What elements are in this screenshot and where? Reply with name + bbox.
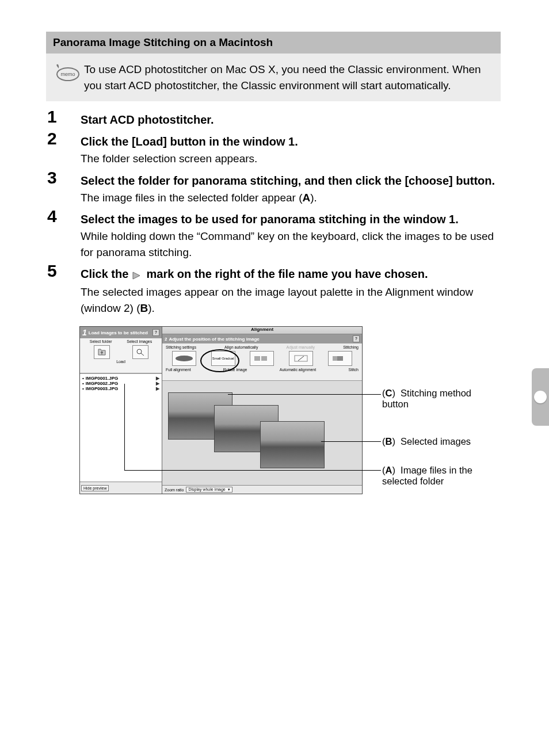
select-folder-label: Select folder xyxy=(90,339,112,343)
load-folder-icon[interactable] xyxy=(94,345,110,359)
step-title-pre: Click the xyxy=(81,268,132,280)
step-title: Click the [Load] button in the window 1. xyxy=(81,133,501,150)
step-1: 1 Start ACD photostitcher. xyxy=(46,108,501,128)
svg-rect-6 xyxy=(261,356,267,361)
memo-icon: memo xyxy=(51,62,84,85)
select-images-label: Select images xyxy=(127,339,152,343)
left-pane-header: 1 Load images to be stitched ? xyxy=(80,327,162,338)
toolbar: Stitching settings Align automatically A… xyxy=(162,343,362,381)
side-tab xyxy=(532,368,549,426)
svg-text:memo: memo xyxy=(60,71,75,77)
left-pane-header-text: Load images to be stitched xyxy=(89,330,148,335)
step-title: Start ACD photostitcher. xyxy=(81,112,501,128)
full-alignment-label: Full alignment xyxy=(166,368,191,372)
help-icon[interactable]: ? xyxy=(353,335,360,342)
callout-line-a-vert xyxy=(124,384,125,471)
callout-a: (A) Image files in the selected folder xyxy=(382,465,497,487)
auto-align-button[interactable] xyxy=(250,351,274,366)
step-2: 2 Click the [Load] button in the window … xyxy=(46,130,501,167)
step-3: 3 Select the folder for panorama stitchi… xyxy=(46,169,501,206)
step-description: The selected images appear on the image … xyxy=(81,284,501,316)
stitch-button[interactable] xyxy=(328,351,352,366)
rotate-image-label: Rotate image xyxy=(223,368,247,372)
adjust-manual-button[interactable] xyxy=(289,351,313,366)
right-pane: Alignment 2 Adjust the position of the s… xyxy=(162,327,362,494)
svg-marker-2 xyxy=(133,272,140,279)
step-number: 3 xyxy=(46,169,81,186)
stitching-method-button[interactable] xyxy=(172,351,196,366)
zoom-ratio-label: Zoom ratio xyxy=(165,488,184,492)
step-number: 2 xyxy=(46,130,81,147)
window-title: Alignment xyxy=(162,327,362,334)
callout-b: (B) Selected images xyxy=(382,436,497,447)
svg-rect-5 xyxy=(254,356,260,361)
figure-screenshot: 1 Load images to be stitched ? Select fo… xyxy=(79,326,494,499)
app-window: 1 Load images to be stitched ? Select fo… xyxy=(79,326,363,494)
right-pane-step-num: 2 xyxy=(165,337,167,342)
help-icon[interactable]: ? xyxy=(152,329,159,336)
right-pane-header: 2 Adjust the position of the stitching i… xyxy=(162,334,362,343)
step-number: 1 xyxy=(46,108,81,125)
arrow-right-icon[interactable]: ▶ xyxy=(156,386,159,391)
file-row[interactable]: •IMGP0001.JPG▶ xyxy=(82,376,159,381)
svg-point-4 xyxy=(176,356,193,361)
file-list: •IMGP0001.JPG▶ •IMGP0002.JPG▶ •IMGP0003.… xyxy=(80,373,162,482)
tb-label: Stitching settings xyxy=(166,345,196,349)
zoom-select[interactable]: Display whole image ▾ xyxy=(186,487,232,492)
arrow-mark-icon xyxy=(132,267,143,283)
memo-text: To use ACD photostitcher on Mac OS X, yo… xyxy=(84,62,490,93)
left-pane: 1 Load images to be stitched ? Select fo… xyxy=(80,327,162,494)
select-images-icon[interactable] xyxy=(132,345,148,359)
step-4: 4 Select the images to be used for panor… xyxy=(46,208,501,260)
small-gradual-label: Small Gradual xyxy=(211,351,235,366)
file-row[interactable]: •IMGP0002.JPG▶ xyxy=(82,381,159,386)
step-description: The folder selection screen appears. xyxy=(81,151,501,167)
steps-list: 1 Start ACD photostitcher. 2 Click the [… xyxy=(46,108,501,316)
step-number: 4 xyxy=(46,208,81,225)
svg-point-3 xyxy=(137,349,142,354)
tb-label: Stitching xyxy=(343,345,359,349)
step-title: Select the folder for panorama stitching… xyxy=(81,173,501,189)
svg-rect-9 xyxy=(337,356,343,361)
auto-align-label: Automatic alignment xyxy=(280,368,316,372)
step-title: Click the mark on the right of the file … xyxy=(81,266,501,283)
step-title-post: mark on the right of the file name you h… xyxy=(146,268,428,280)
section-header: Panorama Image Stitching on a Macintosh xyxy=(46,32,501,54)
step-title: Select the images to be used for panoram… xyxy=(81,211,501,227)
step-number: 5 xyxy=(46,262,81,280)
hide-preview-button[interactable]: Hide preview xyxy=(81,485,109,491)
arrow-right-icon[interactable]: ▶ xyxy=(156,381,159,386)
left-pane-step-num: 1 xyxy=(82,328,87,337)
side-tab-marker-icon xyxy=(534,391,547,403)
stitch-label: Stitch xyxy=(348,368,359,372)
image-layout-palette[interactable] xyxy=(162,381,362,485)
load-label: Load xyxy=(82,360,159,364)
callout-c: (C) Stitching method button xyxy=(382,388,491,410)
arrow-right-icon[interactable]: ▶ xyxy=(156,376,159,381)
layout-image[interactable] xyxy=(260,421,325,468)
file-row[interactable]: •IMGP0003.JPG▶ xyxy=(82,386,159,391)
tb-label: Adjust manually xyxy=(287,345,315,349)
step-description: The image files in the selected folder a… xyxy=(81,190,501,206)
memo-block: memo To use ACD photostitcher on Mac OS … xyxy=(46,54,501,101)
callout-line-b xyxy=(321,441,381,442)
tb-label: Align automatically xyxy=(224,345,258,349)
step-5: 5 Click the mark on the right of the fil… xyxy=(46,262,501,316)
callout-line-c xyxy=(228,394,381,395)
right-pane-header-text: Adjust the position of the stitching ima… xyxy=(169,337,259,342)
status-bar: Zoom ratio Display whole image ▾ xyxy=(162,485,362,494)
callout-line-a xyxy=(124,470,381,471)
step-description: While holding down the “Command” key on … xyxy=(81,228,501,260)
